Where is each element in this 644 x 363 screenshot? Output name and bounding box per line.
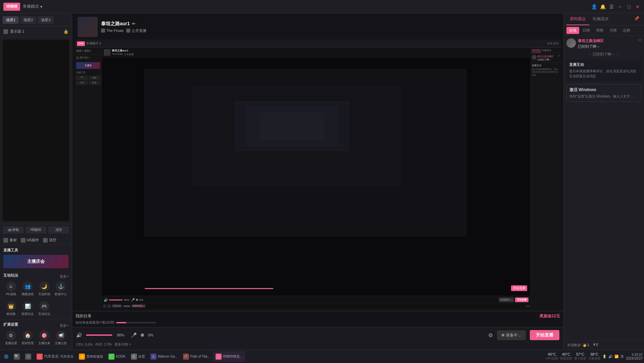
- anchor-announce-item[interactable]: 📢 主播公告: [53, 330, 69, 346]
- h5-item[interactable]: H5插件: [21, 238, 39, 243]
- mic-percent: 0%: [148, 333, 153, 337]
- settings-taskbar-item[interactable]: ⚙ 设置: [128, 351, 148, 362]
- room-viewers-tab[interactable]: 房间观众: [566, 13, 589, 25]
- mini-ocean[interactable]: 航海: [89, 81, 101, 85]
- sidebar-buttons: 📹 录制 H5插件 清空: [0, 224, 72, 236]
- interactive-more[interactable]: 更多>: [60, 274, 68, 279]
- live-settings-icon: ⚙: [6, 330, 16, 340]
- music-icon: ♪: [37, 354, 43, 360]
- start-live-button[interactable]: 开始直播: [530, 330, 559, 340]
- user-icon[interactable]: 👤: [591, 4, 597, 10]
- taskview-button[interactable]: ⊡: [22, 351, 34, 362]
- mini-video[interactable]: 视频: [89, 76, 101, 80]
- pink-start-btn[interactable]: 开始直播: [511, 285, 527, 291]
- inner-tb-kook[interactable]: KOOK: [123, 305, 131, 307]
- task-desc: 粉丝有效观看用户数16/80: [76, 320, 114, 325]
- chat-body-1: 泰坦之路汤姆区 已经到了啊～: [578, 38, 636, 49]
- ready-button[interactable]: 准备中...: [497, 330, 526, 340]
- tray-icon-1[interactable]: 🔋: [602, 355, 606, 358]
- interact-item[interactable]: 🎮 互动玩法: [37, 301, 52, 316]
- start-button[interactable]: ⊞: [1, 351, 11, 362]
- search-icon: 🔍: [14, 354, 20, 360]
- fan-club-item[interactable]: 👑 粉丝团: [3, 301, 19, 316]
- scene-tab-3[interactable]: 场景3: [38, 16, 54, 24]
- mini-pk[interactable]: PK: [76, 76, 88, 80]
- obs-right-msg-name: 泰坦之路汤姆区: [537, 55, 554, 58]
- gift-flow-tab[interactable]: 礼物流水: [589, 13, 612, 25]
- live-tool-banner[interactable]: 主播庆会: [3, 255, 68, 268]
- kook-taskbar-item[interactable]: K KOOK: [106, 351, 128, 362]
- time-tab-week[interactable]: 周榜: [593, 27, 606, 34]
- bell-icon[interactable]: 🔔: [600, 4, 606, 10]
- inner-tb-music[interactable]: 汽车音乐: [112, 305, 122, 308]
- obs-left-panel: 场景1 场景2 显示器 1 主播庆: [75, 48, 102, 308]
- lucky-item[interactable]: 🌙 天选时刻: [37, 281, 52, 296]
- temp-group: 40°C CPU温度 40°C 硬盘温度 57°C 显卡温度 38°C 主板温度: [546, 352, 600, 361]
- inner-thumb: [104, 49, 110, 56]
- obs-right-msg-text: 已经到了啊～: [537, 58, 554, 62]
- inner-tb-bili[interactable]: 哔哩哔哩直...: [132, 305, 145, 308]
- game-tag[interactable]: The Finals: [101, 28, 124, 33]
- thunder-taskbar-item[interactable]: ⚡ 雷神加速器: [76, 351, 106, 362]
- vote-item[interactable]: 📊 投票玩法: [20, 301, 36, 316]
- obs-right-tab2[interactable]: 礼物流水: [542, 49, 551, 52]
- obs-interact-section: 直播互动 显示本场直播弹幕评论，送礼消息及送礼消息互动回复互动消息: [531, 63, 561, 77]
- maximize-button[interactable]: □: [626, 4, 632, 10]
- close-button[interactable]: ✕: [635, 4, 641, 10]
- alderon-taskbar-item[interactable]: A Alderon Ga...: [148, 351, 180, 362]
- pk-item[interactable]: ⚔ PK连线: [3, 281, 19, 296]
- time-tab-day[interactable]: 日榜: [580, 27, 593, 34]
- preview-canvas[interactable]: 哔哩 常规模式 ▾ 横屏 竖屏 场景1 场景2: [75, 40, 561, 308]
- anchor-task-item[interactable]: 🎯 主播任务: [37, 330, 52, 346]
- thumbnail-image: [78, 17, 98, 37]
- inner-start-btn[interactable]: 开始直播: [515, 297, 528, 302]
- sailing-item[interactable]: ⚓ 航海中心: [53, 281, 69, 296]
- h5-button[interactable]: H5插件: [26, 226, 46, 234]
- stream-header: 泰坦之路aur1 ✏ The Finals 公开直播: [72, 13, 563, 37]
- expand-more[interactable]: 更多>: [60, 323, 68, 328]
- inner-ready-btn[interactable]: 准备中...: [499, 297, 514, 302]
- settings-icon[interactable]: ⚙: [488, 332, 493, 338]
- edit-title-button[interactable]: ✏: [132, 22, 135, 26]
- obs-right-tab-active[interactable]: 房间观众: [532, 49, 541, 52]
- keyboard-layout[interactable]: 英: [620, 354, 624, 359]
- scene-tab-2[interactable]: 场景2: [20, 16, 36, 24]
- minimize-button[interactable]: −: [617, 4, 623, 10]
- stats-row: 本场数据: 🧑 1 ¥ 0: [564, 340, 644, 350]
- music-taskbar-item[interactable]: ♪ 汽车音乐 汽车音乐: [34, 351, 76, 362]
- inner-vol-bar: [109, 299, 123, 300]
- clear-button[interactable]: 清空: [48, 226, 69, 234]
- visibility-tag[interactable]: 公开直播: [126, 28, 146, 33]
- taskbar-clock[interactable]: 3:32:07 2024/10/27: [626, 353, 643, 360]
- more-details-link[interactable]: 更多详情 >: [114, 342, 131, 347]
- search-button[interactable]: 🔍: [11, 351, 22, 362]
- time-tab-online[interactable]: 在线: [566, 27, 579, 34]
- mode-selector[interactable]: 常规模式 ▾: [23, 4, 42, 9]
- inner-tb-start[interactable]: [103, 305, 106, 308]
- video-link-item[interactable]: 👥 视频连线: [20, 281, 36, 296]
- material-item[interactable]: 素材: [3, 238, 17, 243]
- lock-icon[interactable]: 🔒: [63, 29, 68, 34]
- bili-taskbar-item[interactable]: B 哔哩哔哩直...: [213, 351, 245, 362]
- tray-icon-3[interactable]: 📶: [614, 355, 618, 358]
- inner-mic-dot: [136, 299, 138, 301]
- tray-icon-2[interactable]: 🔊: [608, 355, 612, 358]
- live-settings-item[interactable]: ⚙ 直播设置: [3, 330, 19, 346]
- windows-activate-panel: 激活 Windows 转到"设置"以激活 Windows。输入人文字…: [566, 84, 641, 102]
- clear-item[interactable]: 清空: [43, 238, 56, 243]
- time-tab-all[interactable]: 总榜: [620, 27, 633, 34]
- mini-lucky[interactable]: 天选: [76, 81, 88, 85]
- obs-close[interactable]: 横屏 竖屏: [547, 42, 559, 45]
- path-taskbar-item[interactable]: P Path of Tita...: [180, 351, 213, 362]
- inner-tb-item1[interactable]: [107, 305, 111, 308]
- visibility-icon: [126, 29, 130, 33]
- volume-slider[interactable]: [86, 334, 113, 336]
- room-manage-item[interactable]: 🏠 房间管理: [20, 330, 36, 346]
- scene-tab-1[interactable]: 场景1: [3, 16, 19, 24]
- pin-icon[interactable]: 📌: [632, 13, 641, 25]
- interactive-header: 互动玩法 更多>: [3, 273, 68, 280]
- path-label: Path of Tita...: [190, 355, 210, 358]
- record-button[interactable]: 📹 录制: [3, 226, 24, 234]
- menu-icon[interactable]: ☰: [608, 4, 614, 10]
- time-tab-month[interactable]: 月榜: [607, 27, 619, 34]
